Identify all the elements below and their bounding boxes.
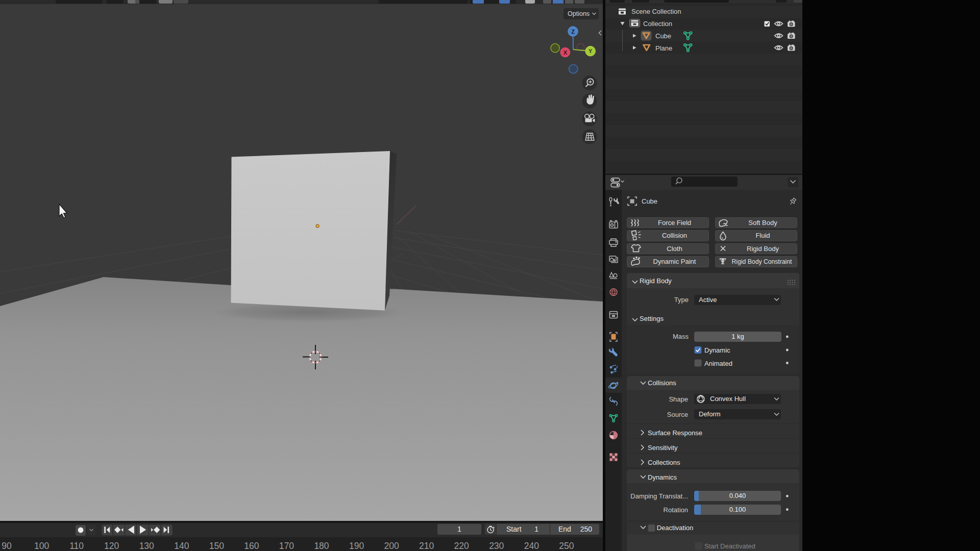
svg-text:X: X [564,49,568,56]
svg-text:Z: Z [571,29,575,35]
svg-text:Y: Y [589,48,593,54]
